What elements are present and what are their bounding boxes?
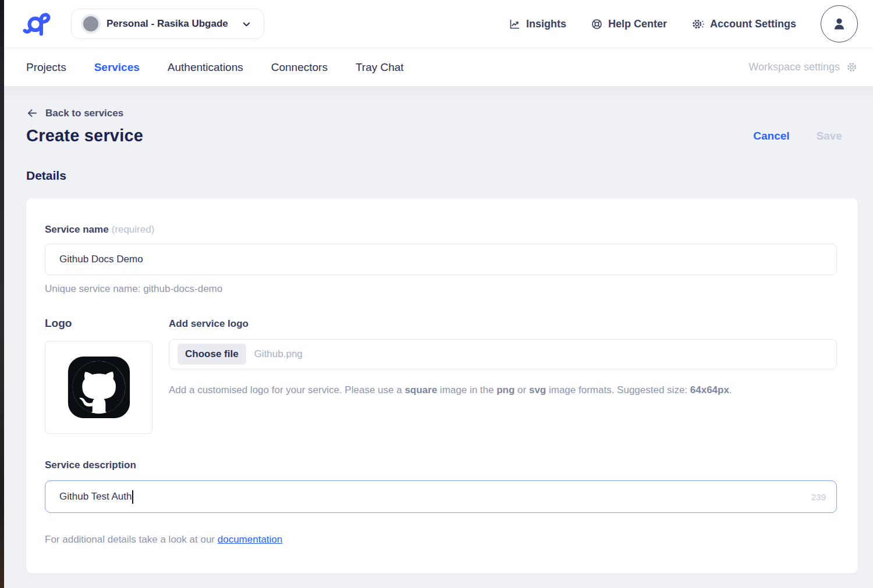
back-to-services-link[interactable]: Back to services <box>26 107 123 119</box>
text-caret <box>132 490 133 504</box>
logo-upload-column: Add service logo Choose file Github.png … <box>169 317 837 434</box>
logo-help-text: Add a customised logo for your service. … <box>169 384 837 396</box>
tab-projects[interactable]: Projects <box>26 61 66 74</box>
user-avatar-button[interactable] <box>821 5 858 42</box>
tab-connectors[interactable]: Connectors <box>271 61 328 74</box>
screen-edge-strip <box>0 0 4 588</box>
help-center-link[interactable]: Help Center <box>591 18 667 30</box>
service-name-field: Service name(required) Unique service na… <box>45 224 837 295</box>
details-card: Service name(required) Unique service na… <box>26 198 858 573</box>
page-title: Create service <box>26 126 143 145</box>
title-row: Create service Cancel Save <box>26 126 858 145</box>
file-input[interactable]: Choose file Github.png <box>169 339 837 369</box>
settings-gear-icon <box>691 18 705 30</box>
documentation-link[interactable]: documentation <box>218 534 283 545</box>
chevron-down-icon <box>241 19 252 30</box>
logo-preview <box>45 341 152 434</box>
workspace-selector[interactable]: Personal - Rasika Ubgade <box>71 9 264 39</box>
insights-chart-icon <box>509 18 521 30</box>
section-heading-details: Details <box>26 169 858 183</box>
file-name-text: Github.png <box>254 348 303 360</box>
topbar: Personal - Rasika Ubgade Insights Help C… <box>4 0 873 48</box>
add-service-logo-label: Add service logo <box>169 318 837 330</box>
footer-hint: For additional details take a look at ou… <box>45 534 837 546</box>
topbar-actions: Insights Help Center <box>509 5 858 42</box>
person-icon <box>831 15 848 33</box>
workspace-settings-gear-icon <box>846 61 858 73</box>
main-content: Back to services Create service Cancel S… <box>4 86 873 588</box>
primary-tabs: Projects Services Authentications Connec… <box>4 48 873 86</box>
tab-tray-chat[interactable]: Tray Chat <box>356 61 404 74</box>
char-counter: 239 <box>811 492 826 502</box>
github-octocat-icon <box>65 353 133 422</box>
insights-link[interactable]: Insights <box>509 18 566 30</box>
service-description-field: Service description Github Test Auth 239 <box>45 459 837 513</box>
account-settings-link[interactable]: Account Settings <box>691 18 796 30</box>
logo-heading: Logo <box>45 317 169 330</box>
tab-authentications[interactable]: Authentications <box>168 61 243 74</box>
service-name-label: Service name <box>45 224 109 235</box>
choose-file-button[interactable]: Choose file <box>178 344 246 365</box>
cancel-button[interactable]: Cancel <box>753 130 789 142</box>
app-window: Personal - Rasika Ubgade Insights Help C… <box>4 0 873 588</box>
screen: Personal - Rasika Ubgade Insights Help C… <box>0 0 873 588</box>
help-lifebuoy-icon <box>591 18 603 30</box>
workspace-avatar <box>83 16 98 31</box>
workspace-settings-button[interactable]: Workspace settings <box>748 61 858 73</box>
service-description-label: Service description <box>45 459 136 471</box>
tab-services[interactable]: Services <box>94 61 140 74</box>
logo-preview-column: Logo <box>45 317 169 434</box>
title-actions: Cancel Save <box>753 130 858 142</box>
description-value: Github Test Auth <box>59 491 132 503</box>
back-arrow-icon <box>26 107 38 119</box>
unique-service-name-hint: Unique service name: github-docs-demo <box>45 283 837 295</box>
logo-section: Logo Add service logo Choose fil <box>45 317 837 434</box>
service-name-input[interactable] <box>45 244 837 275</box>
required-hint: (required) <box>112 224 155 235</box>
tray-logo-icon[interactable] <box>22 9 55 38</box>
save-button[interactable]: Save <box>817 130 842 142</box>
service-description-input[interactable]: Github Test Auth 239 <box>45 480 837 513</box>
workspace-name: Personal - Rasika Ubgade <box>107 18 228 30</box>
